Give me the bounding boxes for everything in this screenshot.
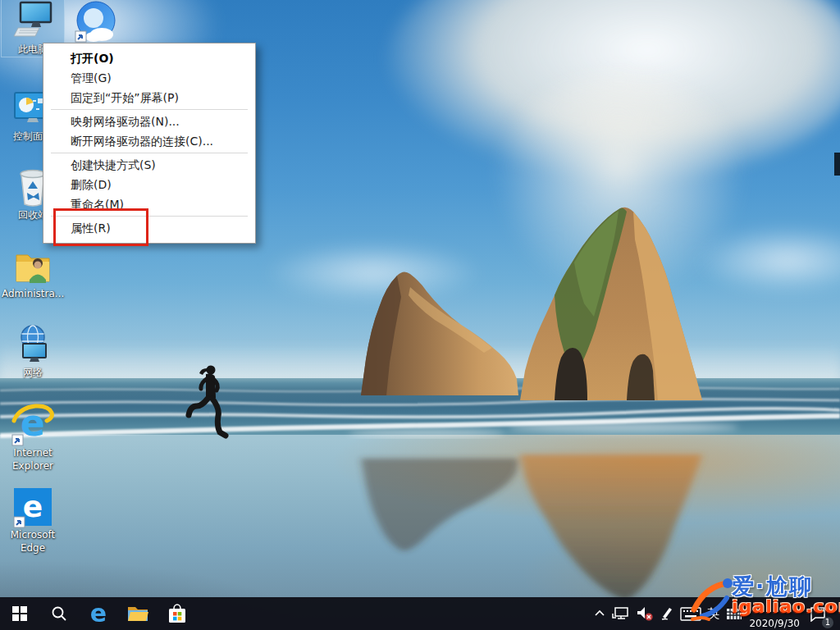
speaker-muted-icon (636, 605, 654, 622)
notification-badge: 1 (822, 617, 833, 628)
menu-item-manage[interactable]: 管理(G) (43, 68, 255, 88)
windows-logo-icon (12, 606, 27, 621)
start-button[interactable] (0, 597, 39, 630)
windows-desktop: 此电脑 (0, 0, 840, 630)
microsoft-store-icon (167, 602, 188, 625)
desktop-icon-network[interactable]: 网络 (2, 323, 64, 380)
menu-item-map-network-drive[interactable]: 映射网络驱动器(N)... (43, 112, 255, 131)
arch-rock (520, 208, 702, 400)
icon-label: Administra... (2, 288, 64, 301)
file-explorer-button[interactable] (118, 597, 158, 630)
search-button[interactable] (39, 597, 79, 630)
chevron-up-icon (593, 607, 606, 620)
date-text: 2020/9/30 (749, 618, 800, 629)
user-folder-icon (2, 244, 64, 287)
watermark-text: 爱·尬聊 igaliao.com (732, 575, 838, 617)
menu-item-open[interactable]: 打开(O) (43, 48, 255, 68)
network-icon (2, 323, 64, 366)
tray-show-hidden-icons[interactable] (593, 597, 606, 630)
taskbar-edge-button[interactable]: e (79, 597, 118, 630)
right-edge-artifact (834, 153, 840, 176)
pen-icon (660, 606, 674, 621)
tray-volume-muted[interactable] (636, 597, 654, 630)
search-icon (51, 605, 67, 622)
icon-label: Microsoft Edge (2, 529, 64, 555)
desktop-icon-cloud-browser[interactable] (64, 0, 126, 43)
icon-label: 网络 (2, 367, 64, 380)
menu-item-disconnect-network-drive[interactable]: 断开网络驱动器的连接(C)... (43, 131, 255, 151)
properties-highlight-box (53, 208, 148, 246)
runner-silhouette (189, 366, 226, 436)
left-rock (361, 272, 518, 395)
internet-explorer-icon: e (2, 404, 64, 446)
tray-network[interactable] (612, 597, 630, 630)
menu-item-create-shortcut[interactable]: 创建快捷方式(S) (43, 155, 255, 175)
tray-windows-ink[interactable] (660, 597, 674, 630)
menu-separator (51, 109, 248, 110)
svg-text:e: e (23, 490, 43, 523)
microsoft-edge-icon: e (2, 486, 64, 528)
menu-separator (51, 153, 248, 153)
this-pc-icon (2, 0, 64, 43)
rock-reflections (361, 454, 702, 600)
site-watermark: 爱·尬聊 igaliao.com (699, 575, 838, 617)
edge-icon: e (90, 601, 107, 626)
file-explorer-icon (126, 604, 149, 623)
watermark-site: igaliao.com (732, 596, 838, 617)
watermark-logo-icon (689, 573, 737, 624)
desktop-icon-internet-explorer[interactable]: e Internet Explorer (2, 404, 64, 472)
desktop-icon-admin-folder[interactable]: Administra... (2, 244, 64, 301)
icon-label: Internet Explorer (2, 447, 64, 472)
menu-item-pin-to-start[interactable]: 固定到“开始”屏幕(P) (43, 88, 255, 107)
ethernet-icon (612, 606, 630, 621)
cloud-browser-icon (64, 0, 126, 43)
desktop-icon-microsoft-edge[interactable]: e Microsoft Edge (2, 486, 64, 555)
watermark-title: 爱·尬聊 (732, 575, 838, 598)
microsoft-store-button[interactable] (158, 597, 197, 630)
menu-item-delete[interactable]: 删除(D) (43, 175, 255, 194)
